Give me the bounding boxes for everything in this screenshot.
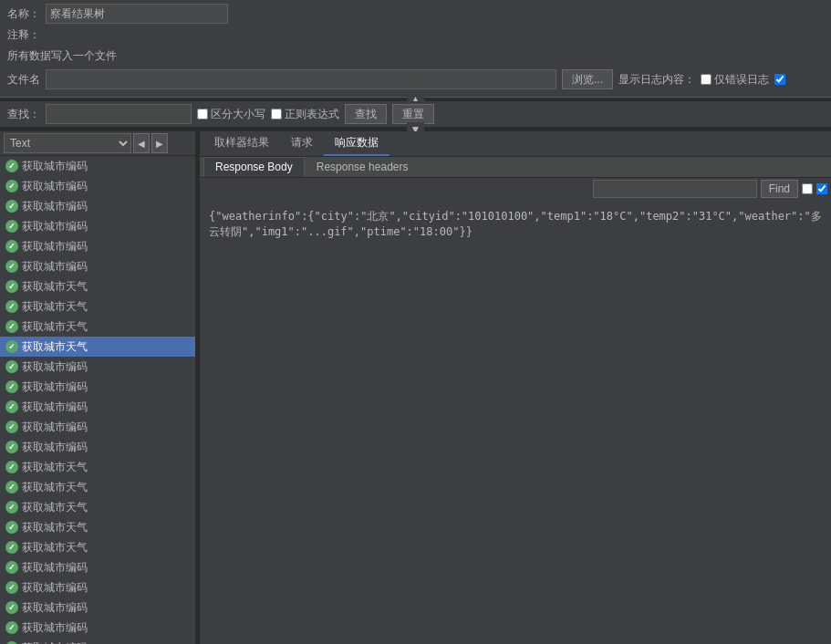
tree-item[interactable]: 获取城市天气 — [0, 537, 195, 557]
tree-item-label: 获取城市编码 — [22, 259, 88, 275]
success-icon — [5, 521, 18, 534]
tree-item[interactable]: 获取城市编码 — [0, 557, 195, 577]
checkbox2[interactable] — [774, 74, 785, 85]
tree-item-label: 获取城市天气 — [22, 279, 88, 295]
tree-item-label: 获取城市天气 — [22, 500, 88, 515]
tree-item-label: 获取城市天气 — [22, 480, 88, 495]
success-icon — [5, 160, 18, 172]
tree-item[interactable]: 获取城市编码 — [0, 377, 195, 397]
tree-item[interactable]: 获取城市编码 — [0, 638, 195, 644]
tree-item[interactable]: 获取城市编码 — [0, 397, 195, 417]
right-arrow-btn[interactable]: ▶ — [151, 133, 168, 153]
success-icon — [5, 581, 18, 594]
tab-response-data[interactable]: 响应数据 — [324, 131, 390, 156]
tree-item[interactable]: 获取城市编码 — [0, 256, 195, 276]
tree-item[interactable]: 获取城市编码 — [0, 597, 195, 618]
show-log-label: 显示日志内容： — [618, 72, 695, 88]
tree-item-label: 获取城市编码 — [22, 379, 88, 395]
only-error-checkbox-label[interactable]: 仅错误日志 — [701, 72, 769, 88]
tree-list: 获取城市编码获取城市编码获取城市编码获取城市编码获取城市编码获取城市编码获取城市… — [0, 156, 195, 644]
tree-item-label: 获取城市编码 — [22, 560, 88, 576]
success-icon — [5, 180, 18, 192]
success-icon — [5, 300, 18, 313]
tab-request[interactable]: 请求 — [280, 131, 324, 156]
tree-item[interactable]: 获取城市编码 — [0, 437, 195, 457]
case-sensitive-text: 区分大小写 — [211, 107, 265, 122]
comment-label: 注释： — [7, 27, 40, 43]
name-label: 名称： — [7, 6, 40, 22]
reset-button[interactable]: 重置 — [392, 104, 434, 124]
tree-item-label: 获取城市天气 — [22, 319, 88, 335]
checkbox2-label[interactable] — [774, 74, 785, 85]
regex-label[interactable]: 正则表达式 — [271, 107, 339, 122]
find-btn[interactable]: Find — [761, 180, 798, 198]
find-button[interactable]: 查找 — [345, 104, 387, 124]
browse-button[interactable]: 浏览... — [562, 69, 613, 89]
success-icon — [5, 541, 18, 554]
regex-checkbox[interactable] — [271, 109, 282, 119]
left-arrow-btn[interactable]: ◀ — [133, 133, 150, 153]
success-icon — [5, 260, 18, 273]
tree-item-label: 获取城市天气 — [22, 540, 88, 556]
tree-item-label: 获取城市天气 — [22, 520, 88, 535]
tab-sampler-result[interactable]: 取样器结果 — [203, 131, 280, 156]
success-icon — [5, 441, 18, 453]
success-icon — [5, 601, 18, 614]
tree-item[interactable]: 获取城市编码 — [0, 196, 195, 216]
tree-item[interactable]: 获取城市天气 — [0, 337, 195, 357]
success-icon — [5, 380, 18, 393]
right-panel: 取样器结果 请求 响应数据 Response Body Response hea… — [200, 131, 831, 644]
tree-item[interactable]: 获取城市编码 — [0, 417, 195, 437]
name-input[interactable] — [46, 4, 228, 24]
find-label: 查找： — [7, 107, 40, 122]
success-icon — [5, 200, 18, 213]
find-checkbox1-label[interactable] — [802, 183, 813, 194]
all-data-label: 所有数据写入一个文件 — [7, 47, 117, 66]
case-sensitive-label[interactable]: 区分大小写 — [197, 107, 265, 122]
response-body-text: {"weatherinfo":{"city":"北京","cityid":"10… — [205, 205, 826, 244]
tree-item-label: 获取城市天气 — [22, 339, 88, 355]
sub-tab-response-headers[interactable]: Response headers — [305, 157, 421, 177]
tree-item[interactable]: 获取城市编码 — [0, 156, 195, 176]
tree-item-label: 获取城市编码 — [22, 199, 88, 214]
success-icon — [5, 360, 18, 373]
tree-item[interactable]: 获取城市编码 — [0, 618, 195, 638]
tabs-bar: 取样器结果 请求 响应数据 — [200, 131, 831, 157]
find-checkbox2-label[interactable] — [816, 183, 827, 194]
tree-item[interactable]: 获取城市编码 — [0, 236, 195, 256]
search-input[interactable] — [46, 104, 192, 124]
only-error-label: 仅错误日志 — [714, 72, 769, 88]
tree-item[interactable]: 获取城市天气 — [0, 296, 195, 317]
find-input[interactable] — [593, 180, 757, 198]
tree-item[interactable]: 获取城市编码 — [0, 577, 195, 597]
tree-item[interactable]: 获取城市天气 — [0, 276, 195, 296]
find-bar: Find — [200, 178, 831, 200]
success-icon — [5, 621, 18, 634]
success-icon — [5, 340, 18, 353]
tree-item[interactable]: 获取城市天气 — [0, 517, 195, 537]
find-checkbox2[interactable] — [816, 183, 827, 194]
tree-item-label: 获取城市编码 — [22, 219, 88, 234]
success-icon — [5, 280, 18, 293]
tree-item-label: 获取城市编码 — [22, 620, 88, 636]
regex-text: 正则表达式 — [285, 107, 339, 122]
case-sensitive-checkbox[interactable] — [197, 109, 208, 119]
response-body-area: {"weatherinfo":{"city":"北京","cityid":"10… — [200, 200, 831, 644]
tree-item-label: 获取城市编码 — [22, 640, 88, 645]
tree-item-label: 获取城市编码 — [22, 400, 88, 415]
sub-tab-response-body[interactable]: Response Body — [203, 157, 305, 177]
tree-item[interactable]: 获取城市编码 — [0, 176, 195, 196]
only-error-checkbox[interactable] — [701, 74, 712, 85]
filename-input[interactable] — [46, 69, 556, 89]
tree-item[interactable]: 获取城市天气 — [0, 477, 195, 497]
tree-item[interactable]: 获取城市天气 — [0, 457, 195, 477]
tree-item[interactable]: 获取城市天气 — [0, 317, 195, 337]
tree-item-label: 获取城市天气 — [22, 299, 88, 315]
tree-item[interactable]: 获取城市天气 — [0, 497, 195, 517]
type-select[interactable]: Text XML JSON HTML 正则表达式提取器 — [4, 133, 131, 153]
tree-item[interactable]: 获取城市编码 — [0, 216, 195, 236]
tree-item[interactable]: 获取城市编码 — [0, 357, 195, 377]
find-checkbox1[interactable] — [802, 183, 813, 194]
left-panel-header: Text XML JSON HTML 正则表达式提取器 ◀ ▶ — [0, 131, 195, 156]
tree-item-label: 获取城市编码 — [22, 359, 88, 375]
